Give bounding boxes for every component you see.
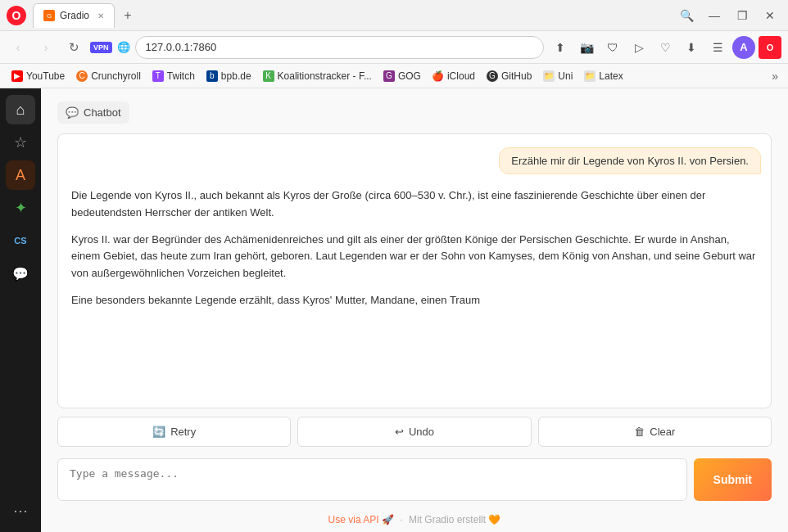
share-icon[interactable]: ⬆ (549, 36, 572, 59)
forward-button[interactable]: › (34, 36, 57, 59)
sidebar-bookmarks-icon[interactable]: ☆ (6, 128, 35, 157)
sidebar: ⌂ ☆ A ✦ CS 💬 ⋯ (0, 88, 41, 532)
undo-icon: ↩ (395, 426, 404, 438)
koalition-icon: K (263, 70, 274, 82)
latex-icon: 📁 (584, 70, 596, 82)
bookmark-icloud[interactable]: 🍎 iCloud (428, 69, 480, 83)
reload-button[interactable]: ↻ (62, 36, 85, 59)
footer-separator: · (400, 514, 402, 525)
assistant-paragraph-2: Kyros II. war der Begründer des Achämeni… (71, 232, 761, 282)
bookmark-label: Crunchyroll (91, 70, 141, 82)
play-icon[interactable]: ▷ (627, 36, 650, 59)
profile-icon[interactable]: A (732, 36, 755, 59)
bookmark-youtube[interactable]: ▶ YouTube (7, 69, 70, 83)
minimize-button[interactable]: — (703, 4, 726, 27)
crunchyroll-icon: C (76, 70, 88, 82)
gradio-text: Mit Gradio erstellt (409, 514, 486, 525)
bookmark-label: Latex (599, 70, 623, 82)
icloud-icon: 🍎 (432, 70, 444, 82)
uni-icon: 📁 (543, 70, 555, 82)
bookmark-uni[interactable]: 📁 Uni (538, 69, 577, 83)
url-text: 127.0.0.1:7860 (146, 41, 217, 53)
heart-icon[interactable]: ♡ (654, 36, 677, 59)
bookmark-label: GitHub (501, 70, 532, 82)
bookmark-crunchyroll[interactable]: C Crunchyroll (71, 69, 146, 83)
camera-icon[interactable]: 📷 (575, 36, 598, 59)
user-message: Erzähle mir dir Legende von Kyros II. vo… (499, 147, 761, 174)
url-bar[interactable]: 127.0.0.1:7860 (135, 36, 544, 59)
sidebar-ai-icon[interactable]: ✦ (6, 193, 35, 223)
new-tab-button[interactable]: + (118, 6, 138, 25)
bookmark-label: GOG (398, 70, 421, 82)
menu-icon[interactable]: ☰ (706, 36, 729, 59)
window-controls: 🔍 — ❐ ✕ (675, 4, 781, 27)
main-area: ⌂ ☆ A ✦ CS 💬 ⋯ 💬 Chatbot (0, 88, 788, 532)
download-icon[interactable]: ⬇ (680, 36, 703, 59)
shield-icon[interactable]: 🛡 (601, 36, 624, 59)
gog-icon: G (383, 70, 395, 82)
assistant-message: Die Legende von Kyros II., auch bekannt … (71, 187, 761, 309)
close-button[interactable]: ✕ (759, 4, 781, 27)
search-toolbar-icon[interactable]: 🔍 (675, 4, 698, 27)
back-button[interactable]: ‹ (7, 36, 29, 59)
page-content: 💬 Chatbot Erzähle mir dir Legende von Ky… (41, 88, 788, 532)
clear-button[interactable]: 🗑 Clear (538, 417, 772, 447)
input-area: Submit (57, 458, 772, 501)
chat-messages-wrapper: Erzähle mir dir Legende von Kyros II. vo… (57, 133, 772, 408)
bpb-icon: b (206, 70, 218, 82)
undo-button[interactable]: ↩ Undo (297, 417, 531, 447)
api-text: Use via API (328, 514, 379, 525)
opera-sidebar-icon[interactable]: O (759, 36, 781, 59)
vpn-badge[interactable]: VPN (90, 42, 112, 53)
active-tab[interactable]: G Gradio ✕ (33, 3, 115, 28)
github-icon: G (487, 70, 498, 82)
bookmark-github[interactable]: G GitHub (482, 69, 537, 83)
bookmark-latex[interactable]: 📁 Latex (579, 69, 627, 83)
bookmark-twitch[interactable]: T Twitch (147, 69, 200, 83)
youtube-icon: ▶ (11, 70, 23, 82)
chatbot-header: 💬 Chatbot (57, 101, 129, 124)
chatbot-icon: 💬 (66, 106, 79, 119)
bookmark-bpb[interactable]: b bpb.de (202, 69, 256, 83)
message-input[interactable] (57, 458, 687, 501)
tab-title: Gradio (60, 10, 89, 21)
bookmark-label: bpb.de (221, 70, 251, 82)
maximize-button[interactable]: ❐ (731, 4, 754, 27)
assistant-paragraph-1: Die Legende von Kyros II., auch bekannt … (71, 187, 761, 222)
retry-button[interactable]: 🔄 Retry (57, 417, 291, 447)
bookmark-label: YouTube (26, 70, 65, 82)
undo-label: Undo (409, 426, 434, 438)
tab-favicon: G (43, 10, 55, 21)
bookmark-koalition[interactable]: K Koalitionstracker - F... (258, 69, 377, 83)
submit-button[interactable]: Submit (694, 458, 772, 501)
sidebar-home-icon[interactable]: ⌂ (6, 95, 35, 124)
address-bar: ‹ › ↻ VPN 🌐 127.0.0.1:7860 ⬆ 📷 🛡 ▷ ♡ ⬇ ☰… (0, 31, 788, 64)
sidebar-extensions-icon[interactable]: A (6, 160, 35, 190)
assistant-paragraph-3: Eine besonders bekannte Legende erzählt,… (71, 292, 761, 309)
security-icon: 🌐 (117, 41, 130, 53)
action-buttons: 🔄 Retry ↩ Undo 🗑 Clear (57, 417, 772, 447)
retry-icon: 🔄 (152, 426, 165, 438)
bookmarks-bar: ▶ YouTube C Crunchyroll T Twitch b bpb.d… (0, 64, 788, 88)
chat-scroll-inner[interactable]: Erzähle mir dir Legende von Kyros II. vo… (58, 134, 771, 408)
toolbar-icons: ⬆ 📷 🛡 ▷ ♡ ⬇ ☰ A O (549, 36, 781, 59)
bookmark-label: Koalitionstracker - F... (278, 70, 372, 82)
sidebar-cs-icon[interactable]: CS (6, 226, 35, 255)
bookmark-label: Twitch (167, 70, 195, 82)
chatbot-title: Chatbot (84, 106, 121, 119)
trash-icon: 🗑 (634, 426, 645, 438)
clear-label: Clear (650, 426, 675, 438)
gradio-icon: 🧡 (488, 514, 500, 525)
sidebar-whatsapp-icon[interactable]: 💬 (6, 259, 35, 288)
opera-logo: O (7, 6, 26, 25)
chatbot-container: 💬 Chatbot Erzähle mir dir Legende von Ky… (41, 88, 788, 507)
bookmark-label: iCloud (447, 70, 475, 82)
bookmarks-more-button[interactable]: » (768, 68, 781, 84)
tab-bar: G Gradio ✕ + (33, 3, 668, 28)
sidebar-more-icon[interactable]: ⋯ (6, 496, 35, 525)
bookmark-gog[interactable]: G GOG (378, 69, 426, 83)
twitch-icon: T (152, 70, 164, 82)
tab-close-button[interactable]: ✕ (97, 11, 104, 20)
bookmark-label: Uni (558, 70, 573, 82)
api-link[interactable]: Use via API 🚀 (328, 514, 397, 525)
